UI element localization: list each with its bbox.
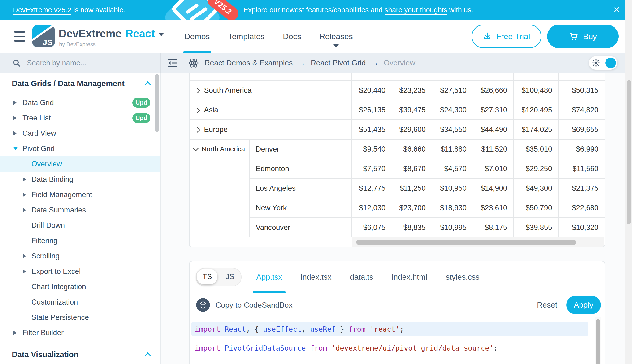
nav-item-releases[interactable]: Releases xyxy=(319,20,353,53)
pivot-region-cell[interactable]: Europe xyxy=(189,120,351,139)
framework-name[interactable]: React xyxy=(125,27,155,40)
pivot-city-cell[interactable]: New York xyxy=(249,198,351,218)
pivot-region-cell[interactable]: South America xyxy=(189,80,351,100)
sidebar-item-data-grid[interactable]: Data GridUpd xyxy=(0,95,160,110)
theme-toggle-knob[interactable] xyxy=(605,58,616,68)
window-scrollbar[interactable] xyxy=(626,80,631,224)
sidebar-item-filter-builder[interactable]: Filter Builder xyxy=(0,325,160,340)
share-thoughts-link[interactable]: share your thoughts xyxy=(384,6,447,14)
copy-to-codesandbox-button[interactable]: Copy to CodeSandBox xyxy=(216,301,293,310)
brand-subtitle: by DevExpress xyxy=(59,41,96,48)
sidebar-item-filtering[interactable]: Filtering xyxy=(0,233,160,248)
sidebar-item-export-to-excel[interactable]: Export to Excel xyxy=(0,264,160,279)
collapse-sidebar-icon[interactable] xyxy=(166,57,179,69)
window-scrollbar-track xyxy=(625,0,632,364)
breadcrumb-item[interactable]: React Demos & Examples xyxy=(204,58,293,67)
breadcrumb-item[interactable]: React Pivot Grid xyxy=(311,58,366,67)
sidebar-item-overview[interactable]: Overview xyxy=(0,156,160,172)
sun-icon xyxy=(592,59,600,67)
apply-button[interactable]: Apply xyxy=(566,296,601,314)
chevron-up-icon[interactable] xyxy=(144,352,151,359)
pivot-value-cell: $120,495 xyxy=(514,100,558,120)
nav-label: Demos xyxy=(184,32,210,41)
code-token xyxy=(327,344,331,352)
pivot-row: Europe$51,435$29,600$34,550$44,490$174,0… xyxy=(189,120,604,139)
banner-logo-art: V25.2 xyxy=(150,0,238,20)
sidebar-item-customization[interactable]: Customization xyxy=(0,294,160,310)
pivot-value-cell xyxy=(514,73,558,80)
pivot-region-cell[interactable]: Asia xyxy=(189,100,351,120)
lang-option-ts[interactable]: TS xyxy=(196,268,219,285)
chevron-up-icon[interactable] xyxy=(144,81,151,88)
pivot-row: Vancouver$6,075$8,835$10,995$8,175$39,85… xyxy=(189,218,604,237)
sidebar-item-scrolling[interactable]: Scrolling xyxy=(0,248,160,264)
pivot-city-cell[interactable]: Edmonton xyxy=(249,159,351,178)
sidebar-item-tree-list[interactable]: Tree ListUpd xyxy=(0,110,160,126)
banner-center-post: with us. xyxy=(447,6,473,14)
lang-option-js[interactable]: JS xyxy=(219,268,241,285)
framework-dropdown-caret-icon[interactable] xyxy=(159,33,164,36)
pivot-horizontal-scrollbar[interactable] xyxy=(356,240,576,245)
sidebar-item-data-summaries[interactable]: Data Summaries xyxy=(0,202,160,218)
code-scrollbar[interactable] xyxy=(596,319,600,364)
buy-label: Buy xyxy=(583,32,597,41)
sidebar-item-card-view[interactable]: Card View xyxy=(0,126,160,141)
sidebar-scrollbar[interactable] xyxy=(155,74,159,132)
expand-chevron-icon[interactable] xyxy=(194,127,200,133)
sidebar-item-field-management[interactable]: Field Management xyxy=(0,187,160,202)
code-token: Chart xyxy=(225,363,246,364)
code-token xyxy=(366,325,370,333)
nav-item-demos[interactable]: Demos xyxy=(184,20,210,53)
sidebar-item-data-binding[interactable]: Data Binding xyxy=(0,172,160,187)
pivot-city-cell[interactable]: Denver xyxy=(249,139,351,159)
nav-item-docs[interactable]: Docs xyxy=(283,20,301,53)
pivot-value-cell: $21,375 xyxy=(558,178,604,198)
banner-close-icon[interactable]: ✕ xyxy=(613,0,620,20)
hamburger-menu-icon[interactable] xyxy=(14,31,25,42)
sidebar-section-data-grids[interactable]: Data Grids / Data Management xyxy=(0,76,160,92)
pivot-value-cell: $20,440 xyxy=(351,80,392,100)
code-token: React xyxy=(225,325,246,333)
pivot-value-cell: $9,540 xyxy=(351,139,392,159)
sidebar: Data Grids / Data Management Data GridUp… xyxy=(0,73,161,364)
theme-toggle[interactable] xyxy=(589,56,617,70)
language-toggle[interactable]: TS JS xyxy=(196,268,242,286)
tab-styles-css[interactable]: styles.css xyxy=(446,261,480,293)
reset-button[interactable]: Reset xyxy=(537,300,557,310)
code-line: import Chart, { xyxy=(189,358,604,364)
pivot-row: New York$12,030$23,700$18,930$23,610$50,… xyxy=(189,198,604,218)
buy-button[interactable]: Buy xyxy=(547,24,618,48)
sidebar-item-drill-down[interactable]: Drill Down xyxy=(0,218,160,233)
banner-version-link[interactable]: DevExtreme v25.2 xyxy=(13,6,71,14)
pivot-city-cell[interactable]: Vancouver xyxy=(249,218,351,237)
devextreme-logo[interactable]: JS xyxy=(32,25,55,48)
nav-label: Templates xyxy=(228,32,265,41)
pivot-grid: South America$20,440$23,235$27,510$26,66… xyxy=(189,73,604,237)
pivot-region-cell[interactable]: North America xyxy=(189,139,249,237)
tab-index-tsx[interactable]: index.tsx xyxy=(301,261,331,293)
free-trial-button[interactable]: Free Trial xyxy=(472,24,541,48)
nav-item-templates[interactable]: Templates xyxy=(228,20,265,53)
codesandbox-icon[interactable] xyxy=(196,298,210,312)
tab-data-ts[interactable]: data.ts xyxy=(350,261,373,293)
pivot-row: North AmericaDenver$9,540$6,660$11,880$1… xyxy=(189,139,604,159)
pivot-value-cell: $100,480 xyxy=(514,80,558,100)
code-token: , { xyxy=(246,363,259,364)
sidebar-item-state-persistence[interactable]: State Persistence xyxy=(0,310,160,325)
pivot-value-cell: $35,010 xyxy=(514,139,558,159)
tab-index-html[interactable]: index.html xyxy=(392,261,427,293)
expand-chevron-icon[interactable] xyxy=(194,88,200,94)
sidebar-item-chart-integration[interactable]: Chart Integration xyxy=(0,279,160,294)
expand-chevron-icon[interactable] xyxy=(194,108,200,113)
breadcrumb-item: Overview xyxy=(384,58,415,67)
code-token xyxy=(220,344,225,352)
banner-center-pre: Explore our newest features/capabilities… xyxy=(244,6,384,14)
region-label: South America xyxy=(204,86,252,94)
pivot-city-cell[interactable]: Los Angeles xyxy=(249,178,351,198)
sidebar-section-data-visualization[interactable]: Data Visualization xyxy=(0,346,160,362)
tab-App-tsx[interactable]: App.tsx xyxy=(256,261,282,293)
sidebar-item-pivot-grid[interactable]: Pivot Grid xyxy=(0,141,160,156)
collapse-chevron-icon[interactable] xyxy=(193,146,198,151)
code-editor[interactable]: import React, { useEffect, useRef } from… xyxy=(189,317,604,364)
search-input[interactable] xyxy=(27,58,127,68)
